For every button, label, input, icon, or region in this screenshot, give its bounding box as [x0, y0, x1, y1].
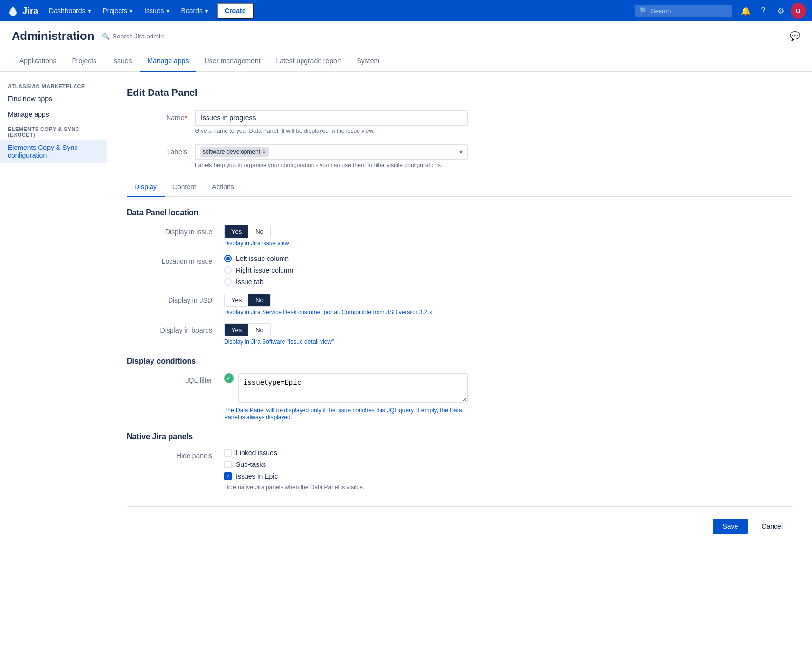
global-search[interactable]: 🔍 Search	[635, 5, 732, 17]
radio-issue-tab[interactable]: Issue tab	[224, 278, 468, 286]
display-conditions-section: Display conditions JQL filter ✓ issuetyp…	[127, 357, 793, 421]
display-in-issue-field: Yes No Display in Jira issue view	[224, 225, 468, 247]
jql-filter-input[interactable]: issuetype=Epic	[238, 373, 468, 403]
display-in-issue-label: Display in issue	[127, 225, 224, 236]
checkbox-issues-in-epic[interactable]: Issues in Epic	[224, 472, 468, 480]
display-in-issue-toggle[interactable]: Yes No	[224, 225, 271, 238]
cancel-button[interactable]: Cancel	[752, 519, 793, 534]
sidebar-item-find-apps[interactable]: Find new apps	[0, 91, 107, 107]
linked-issues-checkbox[interactable]	[224, 449, 232, 457]
sidebar-section-marketplace: ATLASSIAN MARKETPLACE	[0, 79, 107, 91]
top-navigation: Jira Dashboards Projects Issues Boards C…	[0, 0, 812, 21]
label-remove-button[interactable]: ×	[262, 148, 266, 156]
labels-chevron-icon: ▾	[459, 148, 463, 156]
sub-tasks-checkbox[interactable]	[224, 461, 232, 468]
user-avatar[interactable]: U	[791, 3, 806, 19]
notifications-button[interactable]: 🔔	[738, 3, 754, 19]
sidebar: ATLASSIAN MARKETPLACE Find new apps Mana…	[0, 72, 107, 649]
sub-nav-applications[interactable]: Applications	[12, 51, 64, 72]
sub-nav-issues[interactable]: Issues	[104, 51, 139, 72]
jql-filter-container: ✓ issuetype=Epic	[224, 373, 468, 404]
radio-left-column[interactable]: Left issue column	[224, 255, 468, 262]
jql-filter-label: JQL filter	[127, 373, 224, 384]
name-label: Name*	[127, 110, 195, 122]
boards-chevron	[205, 7, 208, 15]
tab-display[interactable]: Display	[127, 178, 165, 197]
sidebar-item-manage-apps[interactable]: Manage apps	[0, 107, 107, 122]
sub-navigation: Applications Projects Issues Manage apps…	[0, 51, 812, 72]
sub-nav-user-management[interactable]: User management	[196, 51, 268, 72]
radio-tab-circle	[224, 278, 232, 286]
search-icon: 🔍	[640, 7, 648, 15]
display-in-boards-row: Display in boards Yes No Display in Jira…	[127, 323, 468, 345]
display-in-boards-field: Yes No Display in Jira Software "Issue d…	[224, 323, 468, 345]
checkbox-sub-tasks[interactable]: Sub-tasks	[224, 461, 468, 468]
name-input[interactable]	[195, 110, 468, 126]
display-in-boards-no[interactable]: No	[248, 324, 270, 336]
labels-select[interactable]: software-development × ▾	[195, 144, 468, 160]
admin-search-icon: 🔍	[102, 33, 110, 40]
display-in-jsd-field: Yes No Display in Jira Service Desk cust…	[224, 294, 468, 315]
location-in-issue-label: Location in issue	[127, 255, 224, 265]
tab-actions[interactable]: Actions	[204, 178, 242, 197]
display-in-boards-toggle[interactable]: Yes No	[224, 323, 271, 336]
sub-nav-projects[interactable]: Projects	[64, 51, 105, 72]
display-in-boards-yes[interactable]: Yes	[225, 324, 248, 336]
main-layout: ATLASSIAN MARKETPLACE Find new apps Mana…	[0, 72, 812, 649]
labels-field-container: software-development × ▾ Labels help you…	[195, 144, 468, 168]
logo-text: Jira	[22, 6, 38, 16]
page-header: Administration 🔍 Search Jira admin 💬	[0, 21, 812, 51]
jql-valid-icon: ✓	[224, 373, 234, 383]
native-panels-section: Native Jira panels Hide panels Linked is…	[127, 432, 793, 491]
jql-filter-field: ✓ issuetype=Epic The Data Panel will be …	[224, 373, 468, 421]
display-in-issue-row: Display in issue Yes No Display in Jira …	[127, 225, 468, 247]
hide-panels-label: Hide panels	[127, 449, 224, 460]
labels-form-row: Labels software-development × ▾ Labels h…	[127, 144, 468, 168]
sidebar-item-elements-config[interactable]: Elements Copy & Sync configuration	[0, 140, 107, 163]
form-footer: Save Cancel	[127, 506, 793, 534]
settings-button[interactable]: ⚙	[773, 3, 789, 19]
dashboards-chevron	[88, 7, 91, 15]
checkbox-linked-issues[interactable]: Linked issues	[224, 449, 468, 457]
tab-content[interactable]: Content	[165, 178, 204, 197]
display-in-boards-label: Display in boards	[127, 323, 224, 334]
issues-menu[interactable]: Issues	[139, 4, 174, 18]
display-in-issue-no[interactable]: No	[248, 225, 270, 238]
sub-nav-upgrade-report[interactable]: Latest upgrade report	[268, 51, 349, 72]
display-in-jsd-label: Display in JSD	[127, 294, 224, 304]
display-in-jsd-yes[interactable]: Yes	[225, 294, 248, 306]
edit-panel-title: Edit Data Panel	[127, 87, 793, 98]
display-in-jsd-toggle[interactable]: Yes No	[224, 294, 271, 307]
main-content: Edit Data Panel Name* Give a name to you…	[107, 72, 812, 649]
radio-left-circle	[224, 255, 232, 262]
admin-search[interactable]: 🔍 Search Jira admin	[102, 33, 164, 40]
dashboards-menu[interactable]: Dashboards	[44, 4, 96, 18]
display-in-jsd-no[interactable]: No	[248, 294, 270, 306]
sub-nav-manage-apps[interactable]: Manage apps	[140, 51, 197, 72]
location-in-issue-row: Location in issue Left issue column Righ…	[127, 255, 468, 286]
display-in-boards-hint: Display in Jira Software "Issue detail v…	[224, 338, 468, 345]
radio-right-circle	[224, 266, 232, 274]
jql-hint: The Data Panel will be displayed only if…	[224, 407, 468, 421]
issues-chevron	[166, 7, 170, 15]
projects-menu[interactable]: Projects	[98, 4, 138, 18]
display-tabs: Display Content Actions	[127, 178, 793, 197]
location-in-issue-field: Left issue column Right issue column Iss…	[224, 255, 468, 286]
name-hint: Give a name to your Data Panel. It will …	[195, 128, 468, 134]
save-button[interactable]: Save	[713, 519, 748, 534]
sub-nav-system[interactable]: System	[349, 51, 387, 72]
hide-panels-field: Linked issues Sub-tasks Issues in Epic H…	[224, 449, 468, 491]
issues-in-epic-checkbox[interactable]	[224, 472, 232, 480]
radio-right-column[interactable]: Right issue column	[224, 266, 468, 274]
native-panels-title: Native Jira panels	[127, 432, 793, 441]
help-button[interactable]: ?	[755, 3, 771, 19]
create-button[interactable]: Create	[217, 3, 254, 19]
boards-menu[interactable]: Boards	[176, 4, 213, 18]
hide-panels-row: Hide panels Linked issues Sub-tasks	[127, 449, 468, 491]
display-in-issue-yes[interactable]: Yes	[225, 225, 248, 238]
feedback-icon[interactable]: 💬	[790, 31, 800, 41]
app-logo[interactable]: Jira	[6, 4, 38, 18]
name-form-row: Name* Give a name to your Data Panel. It…	[127, 110, 468, 134]
jql-textarea-wrapper: issuetype=Epic	[238, 373, 468, 404]
data-panel-location-title: Data Panel location	[127, 208, 793, 217]
